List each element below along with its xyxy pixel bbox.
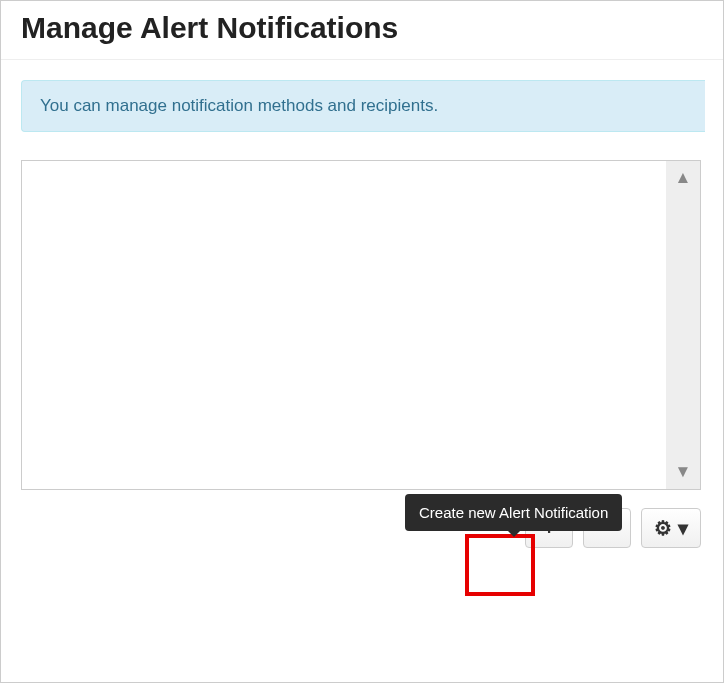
gear-icon: ⚙	[654, 516, 672, 540]
scroll-up-icon[interactable]: ▲	[666, 165, 700, 191]
caret-down-icon: ▾	[678, 516, 688, 540]
info-text: You can manage notification methods and …	[40, 96, 438, 115]
tooltip-add: Create new Alert Notification	[405, 494, 622, 531]
header: Manage Alert Notifications	[1, 1, 723, 59]
info-banner: You can manage notification methods and …	[21, 80, 705, 132]
settings-button[interactable]: ⚙ ▾	[641, 508, 701, 548]
tooltip-text: Create new Alert Notification	[419, 504, 608, 521]
scrollbar[interactable]: ▲ ▼	[666, 161, 700, 489]
dialog-frame: Manage Alert Notifications You can manag…	[0, 0, 724, 683]
panel: ▲ ▼ Create new Alert Notification + − ⚙	[21, 160, 701, 548]
page-title: Manage Alert Notifications	[21, 11, 703, 45]
content-area: You can manage notification methods and …	[1, 60, 703, 568]
notifications-listbox[interactable]: ▲ ▼	[21, 160, 701, 490]
scroll-down-icon[interactable]: ▼	[666, 459, 700, 485]
